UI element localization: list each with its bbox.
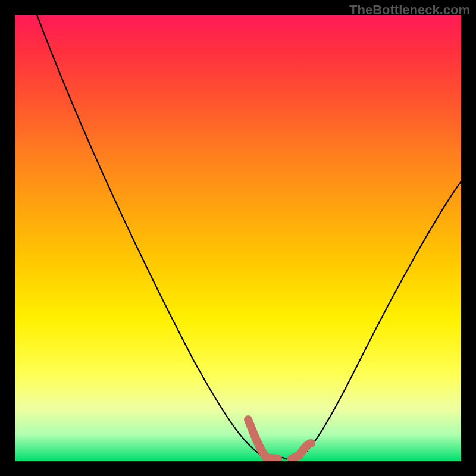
left-highlight-segment — [248, 419, 278, 459]
right-highlight-segment — [292, 443, 311, 459]
watermark-text: TheBottleneck.com — [349, 2, 470, 18]
bottleneck-chart — [15, 15, 461, 461]
bottleneck-curve-line — [37, 15, 461, 460]
